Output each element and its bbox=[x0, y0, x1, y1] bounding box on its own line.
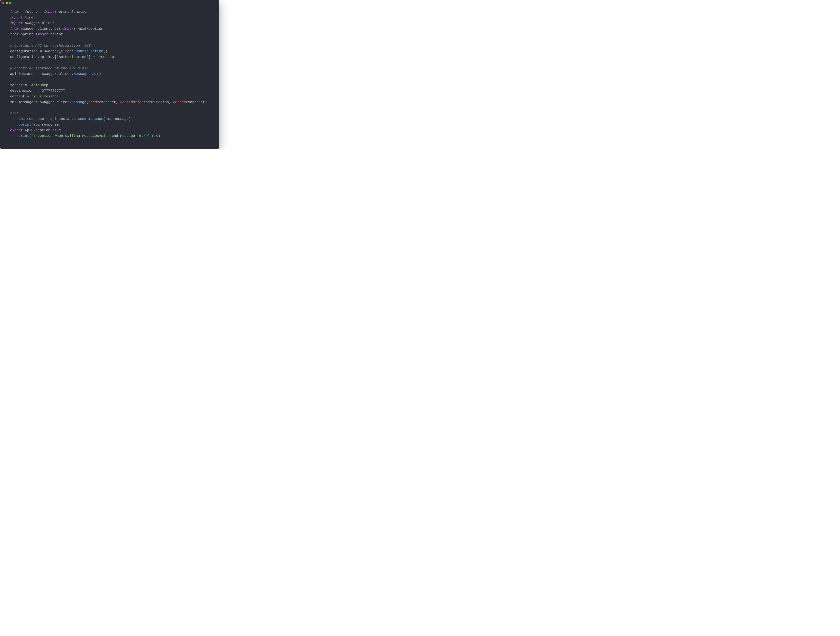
id-configuration: configuration bbox=[10, 49, 38, 53]
colon: : bbox=[61, 128, 63, 132]
kw-from: from bbox=[10, 27, 19, 31]
kw-import: import bbox=[10, 21, 23, 25]
comma: , bbox=[116, 100, 120, 104]
op-dot: . bbox=[69, 100, 71, 104]
lparen: ( bbox=[31, 123, 33, 127]
str-your-jwt: 'YOUR_JWT' bbox=[97, 55, 118, 59]
fn-messagesapi: MessagesApi bbox=[74, 72, 97, 76]
kw-import: import bbox=[44, 10, 57, 14]
titlebar bbox=[0, 0, 219, 6]
op-dot: . bbox=[74, 49, 76, 53]
id-future: __future__ bbox=[21, 10, 42, 14]
op-eq: = bbox=[38, 49, 44, 53]
fn-print: print bbox=[19, 134, 29, 138]
id-pprint-mod: pprint bbox=[21, 32, 33, 36]
str-exception-pre: "Exception when calling MessagesApi->sen… bbox=[31, 134, 144, 138]
op-dot: . bbox=[38, 55, 40, 59]
kw-as: as bbox=[52, 128, 57, 132]
comma: , bbox=[169, 100, 173, 104]
id-content: content bbox=[190, 100, 205, 104]
rparen: ) bbox=[59, 123, 61, 127]
lparen: ( bbox=[29, 134, 31, 138]
indent bbox=[10, 117, 19, 121]
id-time: time bbox=[25, 16, 33, 19]
str-phone: '07777777777' bbox=[39, 89, 67, 93]
kw-except: except bbox=[10, 128, 23, 132]
id-api-response: api_response bbox=[33, 123, 59, 127]
close-icon[interactable] bbox=[2, 2, 5, 4]
id-sms-message: sms_message bbox=[105, 117, 129, 121]
id-configuration: configuration bbox=[10, 55, 38, 59]
code-window: from __future__ import print_function im… bbox=[0, 0, 219, 149]
id-api-response: api_response bbox=[19, 117, 44, 121]
escape-n: \n bbox=[144, 134, 148, 138]
id-swagger-client: swagger_client bbox=[42, 72, 71, 76]
op-eq: = bbox=[90, 55, 97, 59]
id-sms-message: sms_message bbox=[10, 100, 33, 104]
op-dot: . bbox=[71, 72, 74, 76]
parens: () bbox=[103, 49, 107, 53]
kw-import: import bbox=[63, 27, 76, 31]
op-eq: = bbox=[35, 72, 42, 76]
kw-try: try bbox=[10, 112, 16, 115]
id-api-key: api_key bbox=[39, 55, 54, 59]
id-sender: sender bbox=[103, 100, 116, 104]
op-eq: = bbox=[25, 94, 31, 98]
parens: () bbox=[97, 72, 101, 76]
eq-ns: = bbox=[188, 100, 190, 104]
id-pprint-fn: pprint bbox=[51, 32, 63, 36]
kw-from: from bbox=[10, 32, 19, 36]
kwarg-content: content bbox=[173, 100, 188, 104]
lparen: ( bbox=[103, 117, 106, 121]
id-sender: sender bbox=[10, 83, 23, 87]
comment-create-instance: # create an instance of the API class bbox=[10, 66, 88, 70]
str-authorization: 'Authorization' bbox=[57, 55, 88, 59]
indent bbox=[10, 134, 19, 138]
rbrack: ] bbox=[88, 55, 90, 59]
rparen: ) bbox=[158, 134, 160, 138]
id-api-instance: api_instance bbox=[10, 72, 35, 76]
op-dot: . bbox=[76, 117, 78, 121]
kw-import: import bbox=[35, 32, 48, 36]
kw-import: import bbox=[10, 16, 23, 19]
kwarg-sender: sender bbox=[88, 100, 101, 104]
pct-e: % e bbox=[150, 134, 158, 138]
lbrack: [ bbox=[55, 55, 57, 59]
comment-configure: # Configure API key authorization: JWT bbox=[10, 44, 90, 48]
eq-ns: = bbox=[101, 100, 103, 104]
id-destination: destination bbox=[146, 100, 169, 104]
rparen: ) bbox=[205, 100, 207, 104]
lparen: ( bbox=[86, 100, 88, 104]
fn-send-message: send_message bbox=[78, 117, 103, 121]
fn-configuration: Configuration bbox=[76, 49, 103, 53]
id-swagger-client-rest: swagger_client.rest bbox=[21, 27, 61, 31]
op-eq: = bbox=[23, 83, 29, 87]
code-block: from __future__ import print_function im… bbox=[0, 6, 219, 140]
id-apiexception: ApiException bbox=[78, 27, 103, 31]
str-exception-post: " bbox=[148, 134, 150, 138]
id-content: content bbox=[10, 94, 25, 98]
id-apiexception: ApiException bbox=[25, 128, 50, 132]
id-print-function: print_function bbox=[59, 10, 88, 14]
str-acmecorp: 'AcmeCorp' bbox=[29, 83, 50, 87]
str-your-message: 'Your message' bbox=[31, 94, 61, 98]
colon: : bbox=[16, 112, 19, 115]
rparen: ) bbox=[129, 117, 131, 121]
id-swagger-client: swagger_client bbox=[25, 21, 54, 25]
kwarg-destination: destination bbox=[120, 100, 144, 104]
id-swagger-client: swagger_client bbox=[44, 49, 74, 53]
id-api-instance: api_instance bbox=[50, 117, 76, 121]
op-eq: = bbox=[44, 117, 51, 121]
id-destination: destination bbox=[10, 89, 33, 93]
id-e: e bbox=[59, 128, 61, 132]
minimize-icon[interactable] bbox=[6, 2, 8, 4]
fn-message: Message bbox=[71, 100, 86, 104]
fn-pprint: pprint bbox=[19, 123, 31, 127]
op-eq: = bbox=[33, 89, 40, 93]
kw-from: from bbox=[10, 10, 19, 14]
op-eq: = bbox=[33, 100, 40, 104]
eq-ns: = bbox=[144, 100, 146, 104]
zoom-icon[interactable] bbox=[9, 2, 11, 4]
id-swagger-client: swagger_client bbox=[39, 100, 69, 104]
indent bbox=[10, 123, 19, 127]
